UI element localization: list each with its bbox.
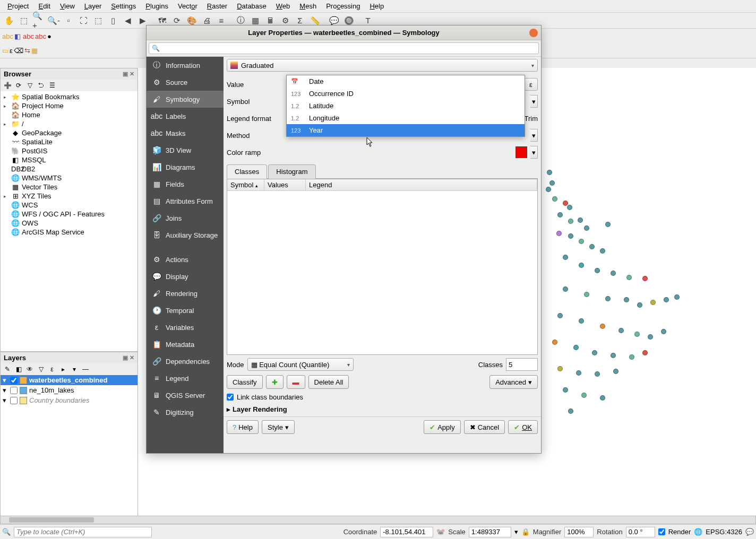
menu-mesh[interactable]: Mesh (295, 1, 321, 12)
tab-classes[interactable]: Classes (227, 164, 267, 179)
messages-icon[interactable]: 💬 (745, 528, 754, 536)
dialog-nav[interactable]: ⓘInformation⚙Source🖌SymbologyabcLabelsab… (147, 57, 224, 453)
nav-information[interactable]: ⓘInformation (147, 57, 224, 74)
cancel-button[interactable]: ✖Cancel (464, 420, 505, 434)
nav-temporal[interactable]: 🕐Temporal (147, 302, 224, 319)
dialog-search-input[interactable] (149, 42, 539, 54)
collapse-all-icon[interactable]: ▾ (70, 364, 79, 374)
tree-item[interactable]: ▸🏠Project Home (1, 101, 138, 110)
classify-button[interactable]: Classify (227, 375, 263, 389)
dropdown-item[interactable]: 1.2Latitude (287, 100, 525, 112)
nav-symbology[interactable]: 🖌Symbology (147, 91, 224, 108)
pin-label-tool[interactable]: abc (35, 32, 46, 40)
render-check[interactable]: Render (658, 528, 691, 536)
tree-item[interactable]: ▸⭐Spatial Bookmarks (1, 92, 138, 101)
tab-histogram[interactable]: Histogram (268, 164, 315, 179)
filter-layers-icon[interactable]: ▽ (36, 364, 46, 374)
select-rect-tool[interactable]: ▭ (2, 47, 8, 55)
add-class-button[interactable]: ✚ (266, 375, 284, 389)
crs-icon[interactable]: 🌐 (694, 528, 702, 536)
renderer-combo[interactable]: Graduated ▾ (227, 59, 538, 72)
menu-help[interactable]: Help (365, 1, 388, 12)
tree-item[interactable]: ▸📁/ (1, 119, 138, 128)
dropdown-item[interactable]: 123Year (287, 124, 525, 136)
layers-list[interactable]: ▾waterbeetles_combined▾ne_10m_lakes▾Coun… (1, 375, 138, 524)
nav-digitizing[interactable]: ✎Digitizing (147, 404, 224, 421)
tree-item[interactable]: 〰SpatiaLite (1, 137, 138, 146)
tree-item[interactable]: ◆GeoPackage (1, 128, 138, 137)
zoom-full-tool[interactable]: ⛶ (76, 14, 90, 28)
nav-source[interactable]: ⚙Source (147, 74, 224, 91)
properties-icon[interactable]: ☰ (47, 81, 57, 90)
browser-tree[interactable]: ▸⭐Spatial Bookmarks▸🏠Project Home 🏠Home▸… (1, 91, 138, 351)
pan-tool[interactable]: ✋ (2, 14, 16, 28)
help-button[interactable]: ?Help (227, 420, 259, 434)
color-ramp-swatch[interactable] (516, 146, 527, 158)
locator-input[interactable] (14, 527, 152, 537)
add-layer-icon[interactable]: ➕ (3, 81, 12, 90)
nav-variables[interactable]: εVariables (147, 319, 224, 336)
nav-qgis-server[interactable]: 🖥QGIS Server (147, 387, 224, 404)
dropdown-item[interactable]: 123Occurrence ID (287, 88, 525, 100)
nav-fields[interactable]: ▦Fields (147, 176, 224, 193)
menu-database[interactable]: Database (233, 1, 271, 12)
menu-processing[interactable]: Processing (322, 1, 364, 12)
zoom-in-tool[interactable]: 🔍+ (32, 14, 46, 28)
link-boundaries-check[interactable]: Link class boundaries (227, 393, 538, 401)
nav-rendering[interactable]: 🖌Rendering (147, 285, 224, 302)
tree-item[interactable]: 🐘PostGIS (1, 146, 138, 155)
tree-item[interactable]: ◧MSSQL (1, 155, 138, 164)
nav-joins[interactable]: 🔗Joins (147, 210, 224, 227)
delete-all-button[interactable]: Delete All (308, 375, 349, 389)
menu-view[interactable]: View (56, 1, 79, 12)
expand-icon[interactable]: ▸ (58, 364, 68, 374)
menu-web[interactable]: Web (272, 1, 295, 12)
add-group-icon[interactable]: ◧ (14, 364, 23, 374)
tree-item[interactable]: 🌐OWS (1, 219, 138, 228)
zoom-selection-tool[interactable]: ⬚ (91, 14, 105, 28)
layer-row[interactable]: ▾waterbeetles_combined (1, 375, 138, 385)
menu-vector[interactable]: Vector (174, 1, 202, 12)
h-scrollbar[interactable] (0, 516, 756, 524)
menu-layer[interactable]: Layer (80, 1, 106, 12)
mode-combo[interactable]: ▦ Equal Count (Quantile) ▾ (247, 358, 354, 371)
invert-select-tool[interactable]: ⇆ (24, 47, 30, 55)
layer-row[interactable]: ▾ne_10m_lakes (1, 385, 138, 395)
dialog-close-icon[interactable] (529, 29, 538, 37)
rot-input[interactable] (626, 527, 655, 537)
tree-item[interactable]: ▸⊞XYZ Tiles (1, 192, 138, 201)
dropdown-item[interactable]: 📅Date (287, 75, 525, 88)
tree-item[interactable]: 🌐ArcGIS Map Service (1, 228, 138, 237)
tree-item[interactable]: 🌐WCS (1, 201, 138, 210)
nav-actions[interactable]: ⚙Actions (147, 251, 224, 268)
mag-input[interactable] (564, 527, 594, 537)
classes-table[interactable]: Symbol ▴ Values Legend (227, 179, 538, 355)
extents-icon[interactable]: 🐭 (436, 528, 445, 536)
lock-icon[interactable]: 🔒 (521, 528, 530, 536)
nav-diagrams[interactable]: 📊Diagrams (147, 159, 224, 176)
style-icon[interactable]: ✎ (3, 364, 12, 374)
tree-item[interactable]: ▦Vector Tiles (1, 182, 138, 192)
remove-layer-icon[interactable]: — (81, 364, 90, 374)
apply-button[interactable]: ✔Apply (424, 420, 461, 434)
tree-item[interactable]: DB2DB2 (1, 164, 138, 173)
zoom-native-tool[interactable]: ▫ (62, 14, 75, 28)
style-button[interactable]: Style ▾ (262, 420, 295, 434)
expression-button[interactable]: ε (524, 78, 538, 91)
value-field-dropdown[interactable]: 📅Date123Occurrence ID1.2Latitude1.2Longi… (286, 75, 525, 137)
deselect-tool[interactable]: ⌫ (14, 47, 23, 55)
ok-button[interactable]: ✔OK (508, 420, 538, 434)
diagram-tool[interactable]: ◧ (14, 32, 21, 40)
nav-3d-view[interactable]: 🧊3D View (147, 142, 224, 159)
zoom-layer-tool[interactable]: ▯ (106, 14, 120, 28)
highlight-tool[interactable]: abc (23, 32, 34, 40)
nav-dependencies[interactable]: 🔗Dependencies (147, 353, 224, 370)
browser-close-icon[interactable]: ▣ ✕ (123, 71, 134, 77)
menu-raster[interactable]: Raster (203, 1, 231, 12)
zoom-last-tool[interactable]: ◀ (121, 14, 135, 28)
dialog-titlebar[interactable]: Layer Properties — waterbeetles_combined… (147, 25, 541, 40)
visibility-icon[interactable]: 👁 (25, 364, 35, 374)
menu-edit[interactable]: Edit (34, 1, 54, 12)
symbol-caret[interactable]: ▾ (530, 95, 538, 108)
th-values[interactable]: Values (264, 179, 306, 190)
